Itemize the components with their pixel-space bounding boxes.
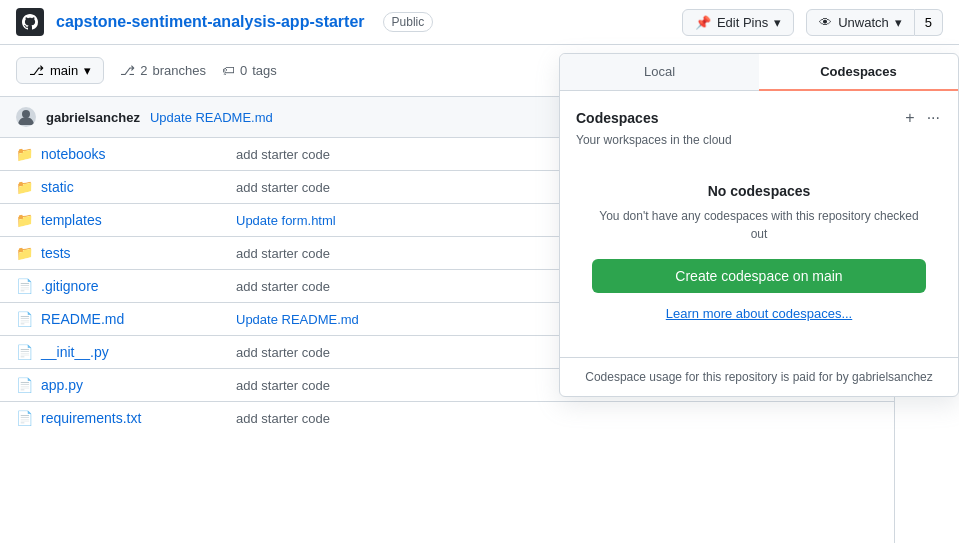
file-name[interactable]: 📄 __init__.py (16, 344, 204, 360)
folder-icon: 📁 (16, 179, 33, 195)
unwatch-button-group: 👁 Unwatch ▾ 5 (806, 9, 943, 36)
visibility-badge: Public (383, 12, 434, 32)
svg-point-0 (22, 110, 30, 118)
avatar (16, 107, 36, 127)
branch-meta: ⎇ 2 branches 🏷 0 tags (120, 63, 277, 78)
file-name[interactable]: 📁 static (16, 179, 204, 195)
commit-msg-text: add starter code (236, 147, 330, 162)
no-codespaces-title: No codespaces (592, 183, 926, 199)
code-dropdown-panel: Local Codespaces Codespaces + ··· Your w… (559, 53, 959, 397)
tags-link[interactable]: 🏷 0 tags (222, 63, 277, 78)
file-name-cell: 📄 requirements.txt (0, 402, 220, 435)
commit-msg-text: Update form.html (236, 213, 336, 228)
commit-msg-text: Update README.md (236, 312, 359, 327)
commit-msg-static: add starter code (236, 378, 330, 393)
file-name[interactable]: 📄 README.md (16, 311, 204, 327)
header: capstone-sentiment-analysis-app-starter … (0, 0, 959, 45)
commit-msg-link[interactable]: Update README.md (236, 312, 359, 327)
chevron-down-icon: ▾ (774, 15, 781, 30)
chevron-down-icon-unwatch: ▾ (895, 15, 902, 30)
folder-icon: 📁 (16, 212, 33, 228)
no-codespaces-area: No codespaces You don't have any codespa… (576, 163, 942, 341)
file-name-cell: 📁 static (0, 171, 220, 204)
no-codespaces-sub: You don't have any codespaces with this … (592, 207, 926, 243)
eye-icon: 👁 (819, 15, 832, 30)
file-name-cell: 📁 templates (0, 204, 220, 237)
tag-icon: 🏷 (222, 63, 235, 78)
folder-icon: 📁 (16, 245, 33, 261)
file-name[interactable]: 📄 app.py (16, 377, 204, 393)
pin-icon: 📌 (695, 15, 711, 30)
tab-local[interactable]: Local (560, 54, 759, 90)
file-name[interactable]: 📄 .gitignore (16, 278, 204, 294)
branch-icon: ⎇ (29, 63, 44, 78)
file-name[interactable]: 📁 notebooks (16, 146, 204, 162)
edit-pins-button[interactable]: 📌 Edit Pins ▾ (682, 9, 794, 36)
watch-count-button[interactable]: 5 (915, 9, 943, 36)
panel-tabs: Local Codespaces (560, 54, 958, 91)
file-name-cell: 📄 .gitignore (0, 270, 220, 303)
commit-msg-link[interactable]: Update form.html (236, 213, 336, 228)
commit-message-link[interactable]: Update README.md (150, 110, 273, 125)
file-name-cell: 📄 __init__.py (0, 336, 220, 369)
commit-msg-text: add starter code (236, 411, 330, 426)
commit-msg-text: add starter code (236, 279, 330, 294)
commit-msg-text: add starter code (236, 378, 330, 393)
file-name[interactable]: 📁 tests (16, 245, 204, 261)
github-logo (16, 8, 44, 36)
commit-msg-static: add starter code (236, 180, 330, 195)
file-icon: 📄 (16, 344, 33, 360)
commit-msg-static: add starter code (236, 246, 330, 261)
branches-link[interactable]: ⎇ 2 branches (120, 63, 206, 78)
branch-selector-button[interactable]: ⎇ main ▾ (16, 57, 104, 84)
file-icon: 📄 (16, 278, 33, 294)
create-codespace-button[interactable]: Create codespace on main (592, 259, 926, 293)
tab-codespaces[interactable]: Codespaces (759, 54, 958, 91)
panel-section-header: Codespaces + ··· (576, 107, 942, 129)
file-name[interactable]: 📄 requirements.txt (16, 410, 204, 426)
commit-msg-text: add starter code (236, 246, 330, 261)
commit-msg-cell: add starter code (220, 402, 894, 435)
file-name-cell: 📄 README.md (0, 303, 220, 336)
commit-msg-static: add starter code (236, 411, 330, 426)
commit-msg-static: add starter code (236, 147, 330, 162)
panel-section-title: Codespaces (576, 110, 658, 126)
panel-section-sub: Your workspaces in the cloud (576, 133, 942, 147)
commit-message: Update README.md (150, 110, 273, 125)
panel-footer: Codespace usage for this repository is p… (560, 357, 958, 396)
repo-name-link[interactable]: capstone-sentiment-analysis-app-starter (56, 13, 365, 31)
unwatch-main-button[interactable]: 👁 Unwatch ▾ (806, 9, 915, 36)
commit-msg-text: add starter code (236, 180, 330, 195)
folder-icon: 📁 (16, 146, 33, 162)
commit-msg-static: add starter code (236, 279, 330, 294)
learn-more-link[interactable]: Learn more about codespaces... (666, 306, 852, 321)
branch-count-icon: ⎇ (120, 63, 135, 78)
commit-msg-static: add starter code (236, 345, 330, 360)
panel-action-icons: + ··· (903, 107, 942, 129)
file-name-cell: 📁 tests (0, 237, 220, 270)
panel-content: Codespaces + ··· Your workspaces in the … (560, 91, 958, 357)
file-name-cell: 📄 app.py (0, 369, 220, 402)
commit-author[interactable]: gabrielsanchez (46, 110, 140, 125)
file-name-cell: 📁 notebooks (0, 138, 220, 171)
add-codespace-icon[interactable]: + (903, 107, 916, 129)
file-icon: 📄 (16, 377, 33, 393)
more-options-icon[interactable]: ··· (925, 107, 942, 129)
commit-msg-text: add starter code (236, 345, 330, 360)
table-row: 📄 requirements.txt add starter code (0, 402, 894, 435)
file-name[interactable]: 📁 templates (16, 212, 204, 228)
file-icon: 📄 (16, 410, 33, 426)
file-icon: 📄 (16, 311, 33, 327)
chevron-down-icon-branch: ▾ (84, 63, 91, 78)
